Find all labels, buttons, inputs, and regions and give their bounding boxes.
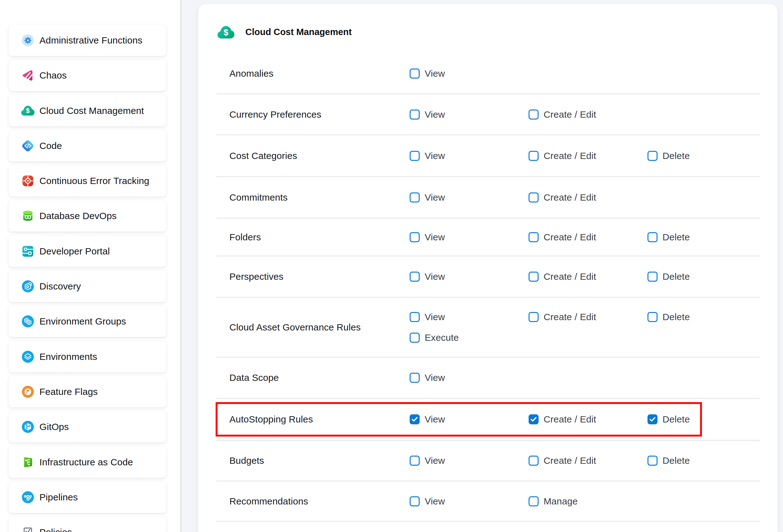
sidebar-item-policies[interactable]: Policies bbox=[9, 517, 166, 532]
checkbox-view[interactable] bbox=[410, 192, 420, 202]
permission-row-cloud-asset-governance-rules: Cloud Asset Governance RulesViewCreate /… bbox=[217, 298, 760, 357]
sidebar-item-label: Code bbox=[39, 140, 62, 151]
permission-label: Delete bbox=[662, 271, 690, 282]
permission-options: ViewCreate / Edit bbox=[410, 94, 760, 134]
resource-name: Currency Preferences bbox=[217, 94, 410, 134]
sidebar-item-pipelines[interactable]: Pipelines bbox=[9, 481, 166, 513]
permission-row-folders: FoldersViewCreate / EditDelete bbox=[217, 218, 760, 256]
sidebar-item-cloud-cost-management[interactable]: $ Cloud Cost Management bbox=[9, 95, 166, 126]
permission-label: View bbox=[425, 496, 445, 507]
checkbox-create-edit[interactable] bbox=[529, 232, 539, 242]
resource-name: Folders bbox=[217, 218, 410, 256]
svg-text:$: $ bbox=[223, 28, 228, 37]
permission-label: Create / Edit bbox=[543, 232, 596, 243]
sidebar-item-infrastructure-as-code[interactable]: Infrastructure as Code bbox=[9, 446, 166, 478]
permission-manage: Manage bbox=[529, 496, 648, 507]
permission-view: View bbox=[410, 271, 529, 282]
sidebar-item-environments[interactable]: Environments bbox=[9, 341, 166, 372]
permission-view: View bbox=[410, 414, 529, 425]
checkbox-view[interactable] bbox=[410, 68, 420, 79]
checkbox-view[interactable] bbox=[410, 151, 420, 161]
permission-label: Delete bbox=[662, 414, 690, 425]
checkbox-delete[interactable] bbox=[648, 456, 658, 466]
sidebar-item-label: Developer Portal bbox=[39, 246, 110, 257]
checkbox-view[interactable] bbox=[410, 312, 420, 322]
permission-row-anomalies: AnomaliesView bbox=[217, 53, 760, 94]
sidebar-item-chaos[interactable]: Chaos bbox=[9, 60, 166, 91]
permission-create-edit: Create / Edit bbox=[529, 151, 648, 161]
permission-view: View bbox=[410, 455, 529, 466]
environments-icon bbox=[21, 349, 35, 364]
checked-checkbox-view[interactable] bbox=[410, 414, 420, 424]
permission-delete: Delete bbox=[648, 455, 766, 466]
checkbox-delete[interactable] bbox=[648, 312, 658, 322]
permission-label: Create / Edit bbox=[543, 414, 596, 425]
sidebar-item-feature-flags[interactable]: Feature Flags bbox=[9, 376, 166, 407]
permission-row-autostopping-rules: AutoStopping RulesViewCreate / EditDelet… bbox=[217, 399, 760, 441]
gear-icon bbox=[21, 33, 35, 48]
checkbox-delete[interactable] bbox=[648, 232, 658, 242]
permission-options: ViewCreate / EditDelete bbox=[410, 135, 766, 176]
sidebar-item-environment-groups[interactable]: Environment Groups bbox=[9, 306, 166, 337]
checkbox-delete[interactable] bbox=[648, 151, 658, 161]
checkbox-view[interactable] bbox=[410, 496, 420, 506]
permission-create-edit: Create / Edit bbox=[529, 414, 648, 425]
permission-line: ViewCreate / EditDelete bbox=[410, 455, 766, 466]
infrastructure-as-code-icon bbox=[21, 455, 35, 469]
checkbox-view[interactable] bbox=[410, 456, 420, 466]
permission-delete: Delete bbox=[648, 232, 766, 243]
cloud-dollar-icon: $ bbox=[21, 103, 35, 118]
checkbox-view[interactable] bbox=[410, 232, 420, 242]
checkbox-create-edit[interactable] bbox=[529, 312, 539, 322]
checkbox-create-edit[interactable] bbox=[529, 456, 539, 466]
checkbox-view[interactable] bbox=[410, 272, 420, 282]
permission-row-perspectives: PerspectivesViewCreate / EditDelete bbox=[217, 256, 760, 298]
policies-icon bbox=[21, 525, 35, 532]
permission-label: View bbox=[425, 151, 445, 161]
checkbox-create-edit[interactable] bbox=[529, 192, 539, 202]
modules-sidebar: Administrative Functions Chaos $ Cloud C… bbox=[0, 0, 181, 532]
permission-create-edit: Create / Edit bbox=[529, 192, 648, 203]
sidebar-item-gitops[interactable]: GitOps bbox=[9, 411, 166, 442]
permission-options: ViewCreate / EditDelete bbox=[410, 256, 766, 297]
checkbox-create-edit[interactable] bbox=[529, 109, 539, 120]
sidebar-item-discovery[interactable]: Discovery bbox=[9, 271, 166, 302]
permission-label: View bbox=[425, 192, 445, 203]
permission-line: ViewManage bbox=[410, 496, 760, 507]
permission-options: ViewCreate / Edit bbox=[410, 177, 760, 218]
permission-view: View bbox=[410, 151, 529, 161]
resource-name: Perspectives bbox=[217, 256, 410, 297]
sidebar-item-label: GitOps bbox=[39, 421, 69, 432]
sidebar-item-database-devops[interactable]: Database DevOps bbox=[9, 200, 166, 231]
checkbox-create-edit[interactable] bbox=[529, 272, 539, 282]
checked-checkbox-create-edit[interactable] bbox=[529, 414, 539, 424]
permission-line: ViewCreate / Edit bbox=[410, 192, 760, 203]
permissions-content: $ Cloud Cost Management AnomaliesViewCur… bbox=[217, 4, 760, 522]
sidebar-item-label: Database DevOps bbox=[39, 211, 117, 221]
checkbox-view[interactable] bbox=[410, 373, 420, 383]
sidebar-item-administrative-functions[interactable]: Administrative Functions bbox=[9, 25, 166, 56]
checkbox-create-edit[interactable] bbox=[529, 151, 539, 161]
checkbox-execute[interactable] bbox=[410, 333, 420, 343]
checked-checkbox-delete[interactable] bbox=[648, 414, 658, 424]
sidebar-item-label: Policies bbox=[39, 527, 72, 532]
resource-name: Commitments bbox=[217, 177, 410, 218]
permission-view: View bbox=[410, 192, 529, 203]
permission-view: View bbox=[410, 68, 529, 79]
sidebar-item-continuous-error-tracking[interactable]: Continuous Error Tracking bbox=[9, 165, 166, 196]
checkbox-delete[interactable] bbox=[648, 272, 658, 282]
permission-label: Delete bbox=[662, 312, 690, 322]
checkbox-view[interactable] bbox=[410, 109, 420, 120]
permission-options: View bbox=[410, 357, 760, 398]
permission-create-edit: Create / Edit bbox=[529, 312, 648, 322]
module-header: $ Cloud Cost Management bbox=[217, 4, 760, 53]
sidebar-item-code[interactable]: Code bbox=[9, 130, 166, 161]
sidebar-item-label: Administrative Functions bbox=[39, 35, 143, 46]
sidebar-item-developer-portal[interactable]: Developer Portal bbox=[9, 236, 166, 267]
permission-label: View bbox=[425, 455, 445, 466]
permission-line: ViewCreate / Edit bbox=[410, 109, 760, 120]
checkbox-manage[interactable] bbox=[529, 496, 539, 506]
permission-create-edit: Create / Edit bbox=[529, 455, 648, 466]
sidebar-item-label: Environment Groups bbox=[39, 316, 126, 327]
permission-label: Create / Edit bbox=[543, 109, 596, 120]
